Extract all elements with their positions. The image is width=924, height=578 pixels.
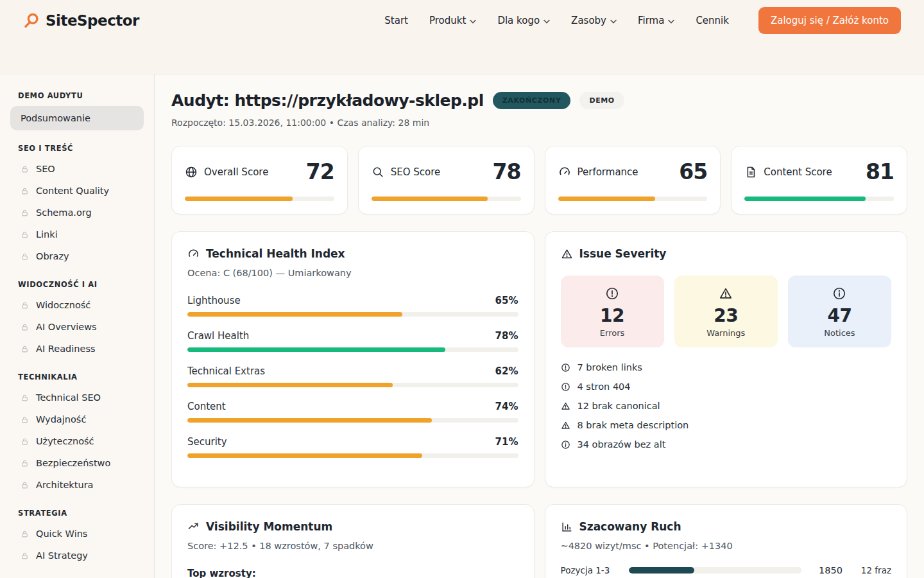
gauge-icon — [558, 166, 571, 179]
metric-security: Security 71% — [187, 436, 518, 458]
lock-icon — [21, 231, 29, 239]
top-growth-label: Top wzrosty: — [187, 568, 518, 578]
warning-triangle-icon — [561, 401, 570, 411]
score-label: SEO Score — [391, 166, 441, 178]
sidebar-item-label: Architektura — [36, 480, 93, 490]
lock-icon — [21, 552, 29, 560]
sidebar-item-linki[interactable]: Linki — [10, 224, 144, 245]
login-signup-button[interactable]: Zaloguj się / Załóż konto — [758, 7, 901, 34]
sidebar-item-label: Użyteczność — [36, 436, 94, 446]
sidebar: DEMO AUDYTU Podsumowanie SEO I TREŚĆ SEO… — [0, 74, 155, 578]
issue-text: 12 brak canonical — [578, 401, 660, 411]
sidebar-item-wydajnosc[interactable]: Wydajność — [10, 409, 144, 430]
sidebar-heading-technikalia: TECHNIKALIA — [18, 372, 136, 381]
sidebar-item-ai-readiness[interactable]: AI Readiness — [10, 338, 144, 359]
sidebar-item-bezpieczenstwo[interactable]: Bezpieczeństwo — [10, 453, 144, 473]
issue-row: 4 stron 404 — [561, 381, 892, 392]
error-circle-icon — [561, 363, 570, 372]
panel-title-text: Visibility Momentum — [206, 520, 332, 533]
nav-label: Firma — [638, 15, 664, 26]
score-card-content: Content Score 81 — [731, 146, 907, 215]
nav-item-dla-kogo[interactable]: Dla kogo — [497, 15, 550, 26]
metric-fill — [187, 312, 402, 317]
sidebar-heading-seo-i-tresc: SEO I TREŚĆ — [18, 144, 136, 153]
main-content: Audyt: https://przykładowy-sklep.pl ZAKO… — [155, 74, 924, 578]
demo-badge: DEMO — [579, 92, 624, 109]
sidebar-item-label: Obrazy — [36, 251, 69, 261]
sidebar-item-technical-seo[interactable]: Technical SEO — [10, 387, 144, 408]
score-progress-fill — [744, 197, 866, 201]
panel-title-text: Technical Health Index — [206, 247, 345, 260]
trending-up-icon — [187, 521, 200, 533]
nav-label: Cennik — [696, 15, 729, 26]
sidebar-item-uzytecznosc[interactable]: Użyteczność — [10, 431, 144, 451]
audit-meta: Rozpoczęto: 15.03.2026, 11:00:00 • Czas … — [171, 118, 907, 128]
score-card-overall: Overall Score 72 — [171, 146, 348, 215]
score-progress-track — [185, 197, 334, 201]
issue-text: 8 brak meta description — [578, 420, 689, 430]
errors-label: Errors — [567, 328, 658, 338]
score-progress-fill — [185, 197, 293, 201]
notices-count: 47 — [794, 305, 885, 326]
chevron-down-icon — [668, 19, 674, 24]
sidebar-item-label: AI Readiness — [36, 344, 96, 354]
score-label: Content Score — [764, 166, 832, 178]
sidebar-item-obrazy[interactable]: Obrazy — [10, 246, 144, 267]
sidebar-item-quick-wins[interactable]: Quick Wins — [10, 523, 144, 544]
errors-count: 12 — [567, 305, 658, 326]
lock-icon — [21, 301, 29, 310]
nav-item-produkt[interactable]: Produkt — [429, 15, 476, 26]
sidebar-item-podsumowanie[interactable]: Podsumowanie — [10, 106, 144, 130]
panel-title-text: Szacowany Ruch — [579, 520, 681, 533]
score-card-performance: Performance 65 — [545, 146, 721, 215]
nav-label: Zasoby — [571, 15, 606, 26]
nav-item-firma[interactable]: Firma — [638, 15, 674, 26]
brand-logo[interactable]: SiteSpector — [23, 12, 139, 29]
status-badge: ZAKOŃCZONY — [493, 92, 571, 109]
sidebar-item-widocznosc[interactable]: Widoczność — [10, 295, 144, 315]
metric-label: Technical Extras — [187, 365, 265, 377]
chevron-down-icon — [543, 19, 550, 24]
traffic-phrases: 12 fraz — [851, 565, 891, 575]
technical-health-panel: Technical Health Index Ocena: C (68/100)… — [171, 231, 535, 487]
visibility-score: Score: +12.5 • 18 wzrostów, 7 spadków — [187, 541, 518, 551]
sidebar-item-label: AI Overviews — [36, 322, 97, 332]
score-cards: Overall Score 72 SEO Score 78 Performanc… — [171, 146, 907, 215]
nav-item-start[interactable]: Start — [384, 15, 408, 26]
nav-item-zasoby[interactable]: Zasoby — [571, 15, 617, 26]
dashboard: DEMO AUDYTU Podsumowanie SEO I TREŚĆ SEO… — [0, 74, 924, 578]
nav-item-cennik[interactable]: Cennik — [696, 15, 729, 26]
sidebar-item-ai-strategy[interactable]: AI Strategy — [10, 545, 144, 566]
metric-track — [187, 312, 518, 317]
warning-triangle-icon — [681, 286, 771, 301]
issue-text: 4 stron 404 — [578, 381, 631, 392]
sidebar-item-seo[interactable]: SEO — [10, 159, 144, 179]
lock-icon — [21, 345, 29, 353]
error-circle-icon — [567, 286, 658, 301]
sidebar-item-label: Schema.org — [36, 207, 92, 218]
sidebar-item-label: SEO — [36, 164, 55, 174]
sidebar-item-label: Quick Wins — [36, 529, 87, 539]
sidebar-item-label: Podsumowanie — [21, 113, 90, 123]
metric-fill — [187, 347, 445, 352]
metric-value: 71% — [495, 436, 518, 448]
nav-label: Start — [384, 15, 408, 26]
error-circle-icon — [561, 382, 570, 392]
sidebar-item-ai-overviews[interactable]: AI Overviews — [10, 317, 144, 337]
estimated-traffic-panel: Szacowany Ruch ~4820 wizyt/msc • Potencj… — [545, 504, 908, 578]
sidebar-item-content-quality[interactable]: Content Quality — [10, 180, 144, 201]
metric-label: Security — [187, 436, 227, 448]
score-progress-track — [744, 197, 894, 201]
issue-severity-panel: Issue Severity 12 Errors 23 Warnings — [545, 231, 908, 487]
lock-icon — [21, 323, 29, 331]
sidebar-item-label: Wydajność — [36, 414, 86, 425]
top-navbar: SiteSpector Start Produkt Dla kogo Zasob… — [0, 0, 924, 41]
score-value: 78 — [493, 159, 521, 184]
sidebar-item-schema-org[interactable]: Schema.org — [10, 202, 144, 223]
warning-triangle-icon — [561, 248, 573, 260]
sidebar-heading-widocznosc-i-ai: WIDOCZNOŚĆ I AI — [18, 280, 136, 289]
sidebar-item-architektura[interactable]: Architektura — [10, 475, 144, 495]
metric-track — [187, 347, 518, 352]
chevron-down-icon — [610, 19, 617, 24]
score-value: 81 — [866, 159, 894, 184]
